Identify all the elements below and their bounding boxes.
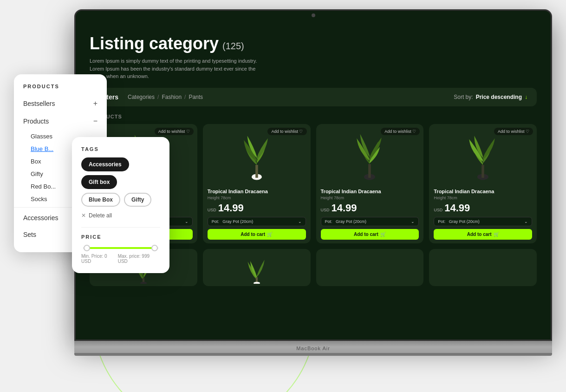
breadcrumb-sep-2: /: [184, 94, 186, 100]
filter-popup: TAGS Accessories Gift box Blue Box Gifty…: [72, 137, 169, 273]
tags-section-title: TAGS: [81, 146, 160, 152]
pot-chevron-2: ⌄: [298, 219, 302, 224]
product-price-row-2: USD 14.99: [208, 202, 306, 214]
plant-image-4: [466, 126, 500, 182]
product-image-area-4: Add to wishlist ♡: [429, 124, 537, 184]
price-value-3: 14.99: [332, 202, 357, 214]
sidebar-products-label: Products: [23, 118, 49, 125]
sidebar-products-collapse-icon: −: [93, 117, 98, 125]
popup-divider: [81, 227, 160, 228]
sort-area: Sort by: Price descending ↓: [454, 94, 527, 100]
breadcrumb: Categories / Fashion / Pants: [128, 94, 203, 100]
wishlist-btn-3[interactable]: Add to wishlist ♡: [381, 128, 420, 135]
price-labels: Min. Price: 0 USD Max. price: 999 USD: [81, 254, 160, 264]
page-description: Lorem Ipsum is simply dummy text of the …: [90, 57, 266, 80]
inactive-tags-row: Blue Box Gifty: [81, 193, 160, 207]
pot-select-2[interactable]: Pot: Gray Pot (20cm) ⌄: [208, 217, 306, 226]
page-title-row: Listing category (125): [90, 34, 537, 53]
add-to-cart-btn-4[interactable]: Add to cart 🛒: [434, 229, 532, 240]
price-value-2: 14.99: [218, 202, 244, 214]
pot-label-2: Pot: Gray Pot (20cm): [212, 219, 254, 224]
filter-bar-left: Filters Categories / Fashion / Pants: [99, 93, 203, 101]
wishlist-btn-4[interactable]: Add to wishlist ♡: [494, 128, 533, 135]
pot-chevron-3: ⌄: [411, 219, 415, 224]
sidebar-accessories-label: Accessories: [23, 214, 58, 222]
price-value-4: 14.99: [444, 202, 470, 214]
product-image-area-3: Add to wishlist ♡: [316, 124, 424, 184]
pot-select-4[interactable]: Pot: Gray Pot (20cm) ⌄: [434, 217, 532, 226]
product-card-3: Add to wishlist ♡ Tropical Indian Dracae…: [316, 124, 424, 243]
min-price-label: Min. Price: 0 USD: [81, 254, 118, 264]
svg-point-9: [140, 282, 147, 284]
breadcrumb-fashion[interactable]: Fashion: [162, 94, 182, 100]
svg-rect-7: [481, 165, 484, 178]
add-to-cart-label-2: Add to cart: [241, 232, 265, 237]
sort-label: Sort by:: [454, 94, 473, 100]
laptop-body: MacBook Air: [74, 341, 552, 356]
cart-icon-2: 🛒: [267, 232, 273, 237]
wishlist-btn-1[interactable]: Add to wishlist ♡: [155, 128, 194, 135]
tag-accessories[interactable]: Accessories: [81, 157, 129, 171]
tag-bluebox[interactable]: Blue Box: [81, 193, 120, 207]
price-slider-track[interactable]: [83, 247, 158, 249]
pot-label-4: Pot: Gray Pot (20cm): [438, 219, 480, 224]
filter-bar: Filters Categories / Fashion / Pants Sor…: [90, 88, 537, 106]
pot-chevron-1: ⌄: [185, 219, 189, 224]
product-height-4: Height 78cm: [434, 196, 532, 200]
product-name-2: Tropical Indian Dracaena: [208, 188, 306, 195]
products-label: PRODUCTS: [90, 114, 537, 119]
product-name-4: Tropical Indian Dracaena: [434, 188, 532, 195]
laptop-brand-label: MacBook Air: [296, 346, 330, 351]
price-currency-3: USD: [321, 208, 330, 212]
pot-chevron-4: ⌄: [524, 219, 528, 224]
tag-gifty[interactable]: Gifty: [124, 193, 151, 207]
sidebar-section-title: PRODUCTS: [14, 84, 107, 95]
svg-point-11: [254, 282, 260, 284]
sidebar-item-bestsellers[interactable]: Bestsellers +: [14, 95, 107, 112]
sort-arrow-icon: ↓: [525, 94, 527, 100]
svg-rect-5: [369, 164, 371, 178]
page-title-text: Listing category: [90, 34, 219, 53]
product-name-3: Tropical Indian Dracaena: [321, 188, 419, 195]
product-card-row2-3: [316, 249, 424, 286]
wishlist-btn-2[interactable]: Add to wishlist ♡: [267, 128, 306, 135]
price-slider-thumb-min[interactable]: [84, 245, 90, 251]
plant-image-3: [352, 126, 387, 182]
product-price-row-4: USD 14.99: [434, 202, 532, 214]
active-tags-row: Accessories Gift box: [81, 157, 160, 189]
add-to-cart-label-3: Add to cart: [354, 232, 378, 237]
sidebar-item-products[interactable]: Products −: [14, 112, 107, 130]
add-to-cart-label-4: Add to cart: [467, 232, 492, 237]
product-card-row2-2: [203, 249, 311, 286]
product-info-3: Tropical Indian Dracaena Height 78cm USD…: [316, 184, 424, 243]
page-title-count: (125): [222, 41, 244, 52]
product-card-row2-4: [429, 249, 537, 286]
product-price-row-3: USD 14.99: [321, 202, 419, 214]
pot-label-3: Pot: Gray Pot (20cm): [325, 219, 367, 224]
sidebar-bestsellers-label: Bestsellers: [23, 100, 55, 107]
breadcrumb-categories[interactable]: Categories: [128, 94, 155, 100]
product-info-4: Tropical Indian Dracaena Height 78cm USD…: [429, 184, 537, 243]
add-to-cart-btn-2[interactable]: Add to cart 🛒: [208, 229, 306, 240]
product-height-3: Height 78cm: [321, 196, 419, 200]
cart-icon-3: 🛒: [380, 232, 386, 237]
price-section-title: PRICE: [81, 234, 160, 240]
breadcrumb-pants[interactable]: Pants: [189, 94, 203, 100]
page-header: Listing category (125) Lorem Ipsum is si…: [90, 34, 537, 80]
product-card-4: Add to wishlist ♡ Tropical Indian Dracae…: [429, 124, 537, 243]
tag-giftbox[interactable]: Gift box: [81, 175, 117, 189]
product-image-area-2: Add to wishlist ♡: [203, 124, 311, 184]
price-currency-4: USD: [434, 208, 442, 212]
price-slider-thumb-max[interactable]: [151, 245, 158, 251]
laptop-camera: [312, 13, 315, 17]
delete-all-x-icon: ✕: [81, 212, 86, 219]
svg-rect-3: [255, 165, 258, 178]
pot-select-3[interactable]: Pot: Gray Pot (20cm) ⌄: [321, 217, 419, 226]
breadcrumb-sep-1: /: [157, 94, 159, 100]
product-card-2: Add to wishlist ♡ Tropical Indian Dracae…: [203, 124, 311, 243]
max-price-label: Max. price: 999 USD: [118, 254, 160, 264]
add-to-cart-btn-3[interactable]: Add to cart 🛒: [321, 229, 419, 240]
laptop-hinge: [74, 353, 552, 356]
sort-value[interactable]: Price descending: [476, 94, 522, 100]
delete-all-button[interactable]: ✕ Delete all: [81, 210, 160, 221]
